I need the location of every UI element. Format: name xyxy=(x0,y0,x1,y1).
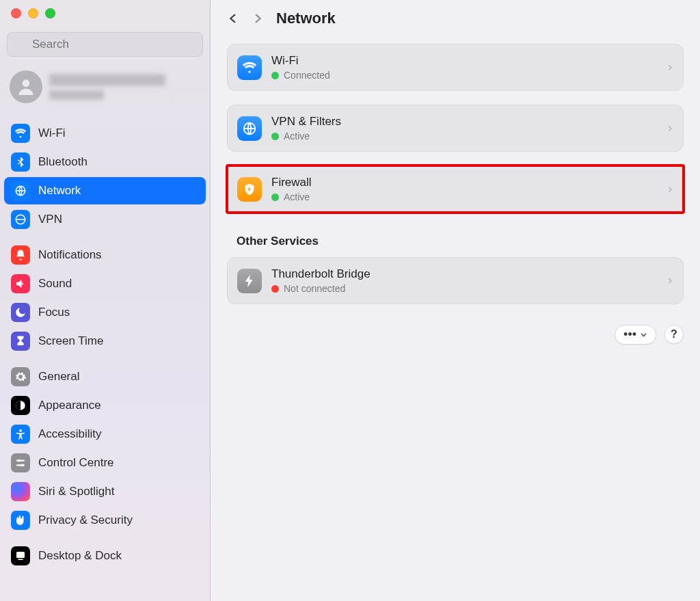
maximize-window-button[interactable] xyxy=(45,8,55,18)
moon-icon xyxy=(11,303,30,322)
globe-icon xyxy=(237,116,262,141)
sidebar-item-label: Sound xyxy=(38,277,72,291)
svg-rect-7 xyxy=(16,460,25,462)
sidebar-item-label: Appearance xyxy=(38,399,101,412)
sidebar-item-appearance[interactable]: Appearance xyxy=(4,392,206,419)
network-item-vpn-filters[interactable]: VPN & Filters Active xyxy=(227,105,684,152)
question-icon: ? xyxy=(671,328,677,340)
other-services-list: Thunderbolt Bridge Not connected xyxy=(227,258,684,304)
svg-point-2 xyxy=(23,79,30,87)
status-dot xyxy=(271,285,279,293)
sidebar-item-control-centre[interactable]: Control Centre xyxy=(4,449,206,477)
chevron-right-icon xyxy=(667,123,673,134)
sidebar-item-label: Control Centre xyxy=(38,456,114,470)
sidebar-item-label: Desktop & Dock xyxy=(38,549,122,563)
sidebar-item-notifications[interactable]: Notifications xyxy=(4,241,206,269)
sidebar: Wi-Fi Bluetooth Network VPN Notifi xyxy=(0,0,211,601)
status-text: Connected xyxy=(284,70,330,81)
search-wrap xyxy=(7,32,203,57)
main-panel: Network Wi-Fi Connected VPN xyxy=(211,0,700,601)
minimize-window-button[interactable] xyxy=(28,8,38,18)
accessibility-icon xyxy=(11,425,30,444)
sidebar-item-privacy[interactable]: Privacy & Security xyxy=(4,507,206,534)
more-actions-button[interactable]: ••• xyxy=(615,325,656,345)
sidebar-item-sound[interactable]: Sound xyxy=(4,270,206,297)
sidebar-item-focus[interactable]: Focus xyxy=(4,299,206,326)
sidebar-item-bluetooth[interactable]: Bluetooth xyxy=(4,148,206,176)
svg-point-9 xyxy=(18,459,21,462)
sidebar-item-label: Bluetooth xyxy=(38,155,88,169)
network-item-thunderbolt[interactable]: Thunderbolt Bridge Not connected xyxy=(227,257,684,304)
network-item-text: Wi-Fi Connected xyxy=(271,54,657,81)
account-name-redacted xyxy=(49,74,165,86)
hourglass-icon xyxy=(11,332,30,351)
account-text xyxy=(49,74,165,100)
status-text: Active xyxy=(284,191,310,202)
network-item-text: Thunderbolt Bridge Not connected xyxy=(271,267,657,294)
network-item-text: VPN & Filters Active xyxy=(271,115,657,142)
network-item-wifi[interactable]: Wi-Fi Connected xyxy=(227,44,684,91)
nav-group-3: General Appearance Accessibility Control… xyxy=(0,362,210,535)
network-item-title: VPN & Filters xyxy=(271,115,657,129)
network-item-text: Firewall Active xyxy=(271,176,657,202)
chevron-down-icon xyxy=(640,331,647,338)
status-text: Active xyxy=(284,131,310,142)
status-text: Not connected xyxy=(284,283,345,294)
footer-actions: ••• ? xyxy=(227,325,684,345)
page-title: Network xyxy=(276,10,336,27)
dock-icon xyxy=(11,546,30,565)
network-icon xyxy=(11,181,30,200)
sidebar-item-label: Siri & Spotlight xyxy=(38,485,115,498)
search-input[interactable] xyxy=(7,32,203,57)
sidebar-item-label: Network xyxy=(38,184,81,198)
account-row[interactable] xyxy=(0,65,210,113)
appearance-icon xyxy=(11,396,30,415)
nav-group-1: Wi-Fi Bluetooth Network VPN xyxy=(0,118,210,235)
network-item-title: Firewall xyxy=(271,176,657,189)
sliders-icon xyxy=(11,453,30,472)
help-button[interactable]: ? xyxy=(664,325,684,344)
sidebar-item-desktop-dock[interactable]: Desktop & Dock xyxy=(4,542,206,570)
siri-icon xyxy=(11,482,30,501)
hand-icon xyxy=(11,511,30,530)
sidebar-item-wifi[interactable]: Wi-Fi xyxy=(4,120,206,147)
sidebar-item-label: Notifications xyxy=(38,248,102,262)
forward-button[interactable] xyxy=(252,10,264,27)
svg-point-10 xyxy=(21,464,24,467)
sound-icon xyxy=(11,274,30,293)
nav-group-4: Desktop & Dock xyxy=(0,541,210,571)
main-header: Network xyxy=(227,10,684,27)
sidebar-item-siri[interactable]: Siri & Spotlight xyxy=(4,478,206,505)
sidebar-item-label: Wi-Fi xyxy=(38,126,66,140)
status-dot xyxy=(271,72,279,79)
sidebar-item-label: Focus xyxy=(38,306,70,319)
svg-point-6 xyxy=(19,429,22,432)
bluetooth-icon xyxy=(11,152,30,172)
network-items-list: Wi-Fi Connected VPN & Filters Active xyxy=(227,44,684,213)
sidebar-item-label: Privacy & Security xyxy=(38,513,133,527)
nav-group-2: Notifications Sound Focus Screen Time xyxy=(0,240,210,356)
chevron-right-icon xyxy=(667,184,673,195)
close-window-button[interactable] xyxy=(11,8,21,18)
network-item-status: Active xyxy=(271,131,657,142)
sidebar-item-label: VPN xyxy=(38,213,62,226)
network-item-firewall[interactable]: Firewall Active xyxy=(227,165,684,213)
network-item-title: Thunderbolt Bridge xyxy=(271,267,657,281)
sidebar-item-label: General xyxy=(38,370,79,384)
bell-icon xyxy=(11,245,30,265)
back-button[interactable] xyxy=(227,10,239,27)
chevron-right-icon xyxy=(667,62,673,73)
sidebar-item-general[interactable]: General xyxy=(4,363,206,390)
network-item-status: Not connected xyxy=(271,283,657,294)
sidebar-item-label: Screen Time xyxy=(38,334,103,348)
sidebar-item-vpn[interactable]: VPN xyxy=(4,206,206,233)
sidebar-item-screen-time[interactable]: Screen Time xyxy=(4,328,206,355)
window-controls xyxy=(0,8,210,32)
other-services-heading: Other Services xyxy=(237,235,684,248)
account-sub-redacted xyxy=(49,90,104,100)
ellipsis-icon: ••• xyxy=(623,328,636,342)
sidebar-item-network[interactable]: Network xyxy=(4,177,206,204)
sidebar-item-accessibility[interactable]: Accessibility xyxy=(4,420,206,448)
status-dot xyxy=(271,133,279,140)
wifi-icon xyxy=(237,55,262,80)
